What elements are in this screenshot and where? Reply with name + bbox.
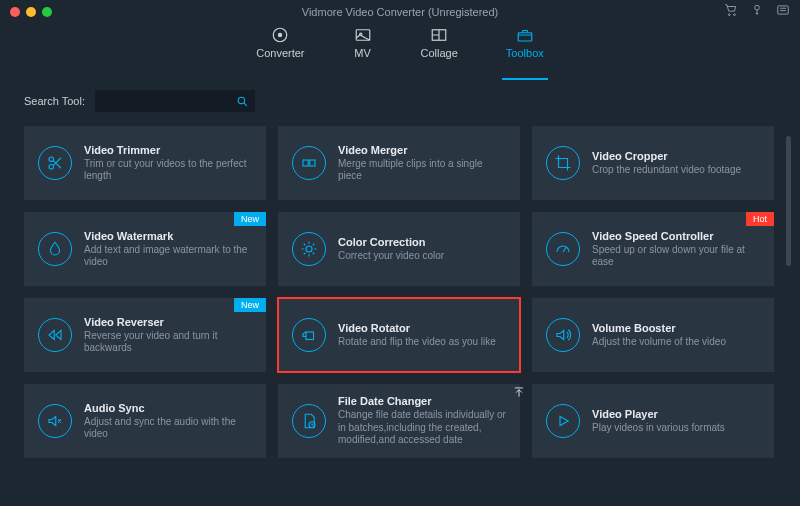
search-label: Search Tool: [24,95,85,107]
key-icon[interactable] [750,3,764,21]
svg-point-10 [238,97,245,104]
tools-grid: Video TrimmerTrim or cut your videos to … [24,126,782,458]
minimize-icon[interactable] [26,7,36,17]
tool-color-correction[interactable]: Color CorrectionCorrect your video color [278,212,520,286]
scissors-icon [38,146,72,180]
tool-file-date-changer[interactable]: File Date ChangerChange file date detail… [278,384,520,458]
file-date-icon [292,404,326,438]
svg-point-1 [734,14,736,16]
rewind-icon [38,318,72,352]
navbar: Converter MV Collage Toolbox [0,24,800,78]
tool-video-trimmer[interactable]: Video TrimmerTrim or cut your videos to … [24,126,266,200]
tool-audio-sync[interactable]: Audio SyncAdjust and sync the audio with… [24,384,266,458]
tool-video-player[interactable]: Video PlayerPlay videos in various forma… [532,384,774,458]
search-row: Search Tool: [24,90,780,112]
search-icon [236,95,249,108]
tab-collage[interactable]: Collage [421,26,458,78]
titlebar: Vidmore Video Converter (Unregistered) [0,0,800,24]
tool-video-rotator[interactable]: Video RotatorRotate and flip the video a… [278,298,520,372]
gauge-icon [546,232,580,266]
tab-mv[interactable]: MV [353,26,373,78]
play-icon [546,404,580,438]
svg-point-15 [306,246,312,252]
svg-point-2 [755,5,760,10]
scrollbar[interactable] [786,126,791,458]
audio-sync-icon [38,404,72,438]
svg-point-5 [278,33,283,38]
window-controls [10,7,52,17]
svg-rect-13 [303,160,308,166]
merge-icon [292,146,326,180]
tool-volume-booster[interactable]: Volume BoosterAdjust the volume of the v… [532,298,774,372]
cart-icon[interactable] [724,3,738,21]
tool-video-merger[interactable]: Video MergerMerge multiple clips into a … [278,126,520,200]
svg-rect-14 [310,160,315,166]
tab-toolbox[interactable]: Toolbox [506,26,544,78]
search-input[interactable] [95,90,255,112]
sun-icon [292,232,326,266]
badge-hot: Hot [746,212,774,226]
badge-new: New [234,298,266,312]
tab-converter[interactable]: Converter [256,26,304,78]
badge-new: New [234,212,266,226]
svg-point-0 [728,14,730,16]
tool-video-watermark[interactable]: New Video WatermarkAdd text and image wa… [24,212,266,286]
close-icon[interactable] [10,7,20,17]
svg-rect-9 [518,33,532,41]
droplet-icon [38,232,72,266]
tool-video-cropper[interactable]: Video CropperCrop the redundant video fo… [532,126,774,200]
volume-icon [546,318,580,352]
maximize-icon[interactable] [42,7,52,17]
scroll-top-button[interactable] [512,385,526,403]
svg-rect-3 [778,6,789,14]
window-title: Vidmore Video Converter (Unregistered) [0,6,800,18]
rotate-icon [292,318,326,352]
menu-icon[interactable] [776,3,790,21]
svg-rect-16 [306,332,314,340]
crop-icon [546,146,580,180]
tool-video-reverser[interactable]: New Video ReverserReverse your video and… [24,298,266,372]
tool-video-speed-controller[interactable]: Hot Video Speed ControllerSpeed up or sl… [532,212,774,286]
